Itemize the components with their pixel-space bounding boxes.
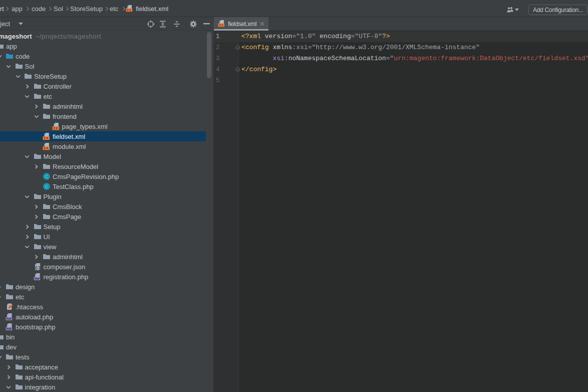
svg-text:PHP: PHP [7, 317, 12, 320]
svg-text:{: { [35, 266, 37, 271]
svg-text:PHP: PHP [7, 327, 12, 330]
svg-text:PHP: PHP [34, 277, 40, 280]
svg-text:C: C [45, 184, 49, 189]
svg-text:}: } [38, 266, 41, 271]
svg-text:C: C [45, 174, 49, 179]
